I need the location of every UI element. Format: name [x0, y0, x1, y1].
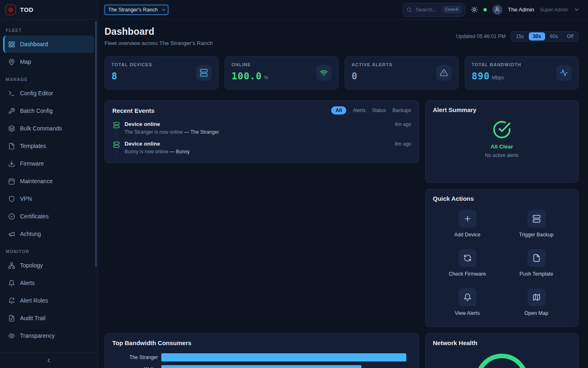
- stat-suffix: Mbps: [492, 75, 504, 81]
- sidebar-item-label: Maintenance: [20, 178, 53, 184]
- user-role: Super Admin: [540, 7, 568, 13]
- bandwidth-bar-row: Walter: [112, 365, 411, 368]
- stats-row: TOTAL DEVICES 8 ONLINE 100.0% ACTIVE ALE…: [105, 56, 579, 90]
- shield-icon: [8, 195, 15, 202]
- add-device-button[interactable]: Add Device: [433, 210, 502, 238]
- connection-status-dot: [483, 8, 487, 11]
- stat-label: TOTAL BANDWIDTH: [472, 62, 521, 67]
- event-time: 8m ago: [395, 141, 411, 147]
- sidebar-item-batch-config[interactable]: Batch Config: [3, 102, 94, 119]
- quick-action-label: View Alerts: [455, 310, 480, 316]
- alert-summary-body: All Clear No active alerts: [433, 120, 571, 158]
- push-template-button[interactable]: Push Template: [502, 249, 571, 277]
- stat-value: 0: [352, 71, 358, 81]
- refresh-15s-button[interactable]: 15s: [512, 32, 528, 40]
- event-title: Device online: [125, 121, 160, 127]
- events-list: Device online 8m ago The Stranger is now…: [112, 119, 411, 159]
- sidebar-item-label: VPN: [20, 195, 32, 202]
- sidebar-item-alerts[interactable]: Alerts: [3, 274, 94, 292]
- check-firmware-button[interactable]: Check Firmware: [433, 249, 502, 277]
- alert-detail-text: No active alerts: [485, 153, 519, 158]
- stat-text: TOTAL DEVICES 8: [111, 62, 152, 83]
- user-menu-button[interactable]: [574, 7, 580, 13]
- sidebar-item-label: Firmware: [20, 160, 44, 167]
- alert-status-text: All Clear: [491, 144, 513, 150]
- stat-value: 8: [111, 71, 118, 81]
- sidebar-item-dashboard[interactable]: Dashboard: [3, 36, 94, 53]
- nav-section-manage: MANAGE: [6, 77, 92, 82]
- stat-suffix: %: [264, 75, 268, 81]
- search-input[interactable]: [415, 6, 440, 13]
- sidebar-item-alert-rules[interactable]: Alert Rules: [3, 292, 94, 309]
- filter-backups[interactable]: Backups: [392, 108, 411, 113]
- search-icon: [406, 7, 412, 13]
- filter-alerts[interactable]: Alerts: [353, 108, 365, 113]
- refresh-off-button[interactable]: Off: [563, 32, 577, 40]
- event-device: — The Stranger: [184, 129, 219, 135]
- sidebar-item-label: Achtung: [20, 231, 41, 237]
- wifi-icon: [316, 65, 332, 81]
- sun-icon: [471, 6, 478, 13]
- view-alerts-button[interactable]: View Alerts: [433, 288, 502, 316]
- user-avatar[interactable]: [492, 5, 502, 15]
- map-icon: [528, 288, 546, 306]
- right-column: Alert Summary All Clear No active alerts…: [425, 100, 579, 327]
- sidebar-item-firmware[interactable]: Firmware: [3, 155, 94, 172]
- open-map-button[interactable]: Open Map: [502, 288, 571, 316]
- sidebar-item-label: Batch Config: [20, 108, 53, 114]
- stat-value: 100.0: [232, 71, 262, 81]
- server-icon: [528, 210, 546, 228]
- eye-icon: [8, 332, 15, 339]
- user-icon: [494, 7, 500, 12]
- page-head-right: Updated 05:46:01 PM 15s 30s 60s Off: [456, 31, 579, 42]
- app-logo-icon: [5, 4, 16, 15]
- network-health-title: Network Health: [433, 339, 571, 346]
- network-health-card: Network Health: [425, 333, 579, 368]
- event-item: Device online 8m ago Bunny is now online…: [112, 139, 411, 159]
- bell-icon: [459, 288, 477, 306]
- sidebar-item-label: Alerts: [20, 280, 35, 286]
- trigger-backup-button[interactable]: Trigger Backup: [502, 210, 571, 238]
- filter-status[interactable]: Status: [372, 108, 386, 113]
- sidebar-scrollbar[interactable]: [95, 21, 97, 267]
- nav-section-fleet: FLEET: [6, 28, 92, 33]
- calendar-icon: [8, 178, 15, 185]
- bandwidth-bar-row: The Stranger: [112, 353, 411, 361]
- sidebar-item-topology[interactable]: Topology: [3, 257, 94, 274]
- wrench-icon: [8, 108, 15, 114]
- sidebar-item-achtung[interactable]: Achtung: [3, 225, 94, 242]
- sidebar-item-label: Alert Rules: [20, 297, 48, 304]
- bar-track: [161, 365, 411, 368]
- page-head: Dashboard Fleet overview across The Stra…: [105, 26, 579, 46]
- theme-toggle-button[interactable]: [471, 6, 478, 13]
- search-box[interactable]: Cmd+K: [403, 3, 465, 17]
- fleet-selector[interactable]: The Stranger's Ranch: [105, 5, 168, 15]
- stat-total-bandwidth: TOTAL BANDWIDTH 890Mbps: [465, 56, 579, 90]
- stat-online: ONLINE 100.0%: [225, 56, 339, 90]
- quick-actions-grid: Add Device Trigger Backup Check Firmware: [433, 210, 571, 316]
- sidebar-item-templates[interactable]: Templates: [3, 137, 94, 155]
- dashboard-content: Dashboard Fleet overview across The Stra…: [98, 20, 588, 368]
- sidebar-item-maintenance[interactable]: Maintenance: [3, 173, 94, 190]
- quick-action-label: Check Firmware: [449, 271, 486, 277]
- bar-label: The Stranger: [112, 355, 158, 360]
- stat-total-devices: TOTAL DEVICES 8: [105, 56, 218, 90]
- brand-name: TOD: [20, 6, 33, 13]
- sidebar-item-config-editor[interactable]: Config Editor: [3, 85, 94, 102]
- stat-label: TOTAL DEVICES: [111, 62, 152, 67]
- sidebar-item-vpn[interactable]: VPN: [3, 190, 94, 207]
- sidebar: TOD FLEET Dashboard Map MANAGE Config Ed…: [0, 0, 98, 368]
- sidebar-item-bulk-commands[interactable]: Bulk Commands: [3, 120, 94, 137]
- refresh-30s-button[interactable]: 30s: [529, 32, 545, 40]
- filter-all[interactable]: All: [331, 106, 346, 114]
- terminal-icon: [8, 90, 15, 97]
- bar: [161, 353, 406, 361]
- sidebar-item-certificates[interactable]: Certificates: [3, 208, 94, 225]
- sidebar-item-transparency[interactable]: Transparency: [3, 327, 94, 344]
- refresh-60s-button[interactable]: 60s: [546, 32, 562, 40]
- search-shortcut-badge: Cmd+K: [443, 6, 461, 13]
- event-title: Device online: [125, 141, 160, 147]
- sidebar-item-map[interactable]: Map: [3, 53, 94, 70]
- sidebar-collapse-button[interactable]: [0, 352, 98, 368]
- sidebar-item-audit-trail[interactable]: Audit Trail: [3, 310, 94, 327]
